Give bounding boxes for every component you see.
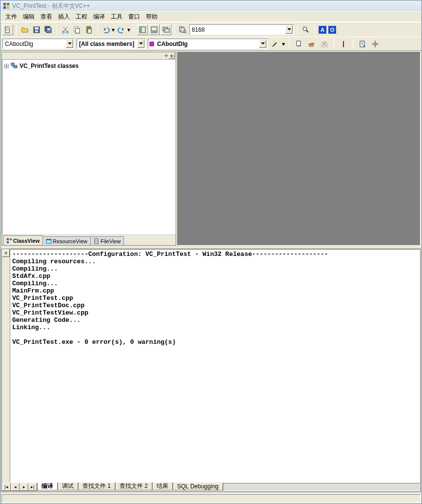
- wizard-dropdown[interactable]: ▾: [281, 41, 285, 47]
- workspace-tabs: ClassView ResourceView FileView: [2, 234, 176, 245]
- scroll-last-button[interactable]: ▸|: [28, 483, 37, 491]
- app-icon: [2, 2, 10, 10]
- save-button[interactable]: [31, 24, 42, 35]
- output-tab-find2[interactable]: 查找文件 2: [115, 483, 152, 490]
- insert-breakpoint-button[interactable]: [370, 39, 381, 49]
- svg-rect-19: [140, 27, 142, 33]
- menu-edit[interactable]: 编辑: [20, 12, 38, 22]
- class-combo[interactable]: CAboutDlg: [2, 39, 75, 49]
- class-tree[interactable]: + VC_PrintTest classes: [2, 59, 176, 234]
- output-button[interactable]: [149, 24, 160, 35]
- svg-point-36: [374, 42, 377, 45]
- go-button[interactable]: [357, 39, 368, 49]
- output-tab-find1[interactable]: 查找文件 1: [78, 483, 115, 490]
- paste-button[interactable]: [83, 24, 94, 35]
- svg-rect-17: [88, 29, 91, 33]
- output-left-scroll: ✕: [2, 249, 10, 483]
- status-bar: [0, 493, 422, 504]
- save-all-button[interactable]: [43, 24, 54, 35]
- svg-rect-1: [7, 3, 9, 5]
- svg-point-29: [274, 41, 275, 42]
- separator: [334, 39, 334, 49]
- output-tab-sql[interactable]: SQL Debugging: [173, 483, 223, 490]
- tab-label: 查找文件 1: [82, 482, 111, 490]
- svg-rect-16: [87, 26, 90, 28]
- hanzi-a-badge[interactable]: A: [319, 26, 326, 34]
- tab-fileview[interactable]: FileView: [90, 236, 124, 245]
- tree-root[interactable]: + VC_PrintTest classes: [4, 62, 173, 70]
- find-button[interactable]: [301, 24, 311, 35]
- chevron-down-icon[interactable]: [66, 40, 73, 48]
- output-text[interactable]: --------------------Configuration: VC_Pr…: [10, 249, 420, 483]
- scroll-prev-button[interactable]: ◂: [11, 483, 20, 491]
- open-button[interactable]: [20, 24, 30, 35]
- find-combo[interactable]: 8168: [189, 24, 294, 35]
- output-tab-build[interactable]: 编译: [37, 483, 58, 490]
- compile-button[interactable]: [294, 39, 304, 49]
- member-combo[interactable]: CAboutDlg: [148, 39, 268, 49]
- chevron-down-icon[interactable]: [137, 40, 144, 48]
- output-hscroll[interactable]: [223, 483, 420, 491]
- wizard-action-button[interactable]: [270, 39, 281, 49]
- separator: [297, 24, 298, 35]
- pin-icon[interactable]: [164, 53, 169, 58]
- menu-window[interactable]: 窗口: [125, 12, 143, 22]
- tab-label: SQL Debugging: [177, 483, 219, 490]
- svg-rect-32: [311, 42, 314, 47]
- member-combo-text: CAboutDlg: [156, 41, 259, 47]
- separator: [289, 39, 290, 49]
- expand-icon[interactable]: +: [4, 64, 9, 68]
- output-footer: |◂ ◂ ▸ ▸| 编译 调试 查找文件 1 查找文件 2 结果 SQL Deb…: [2, 483, 420, 491]
- redo-dropdown[interactable]: ▾: [127, 26, 131, 33]
- svg-rect-23: [164, 29, 169, 32]
- svg-rect-43: [46, 239, 51, 240]
- classes-icon: [11, 62, 18, 70]
- separator: [57, 24, 57, 35]
- build-button[interactable]: [306, 39, 317, 49]
- find-combo-text: 8168: [191, 26, 285, 33]
- tree-root-label: VC_PrintTest classes: [20, 63, 79, 69]
- scroll-next-button[interactable]: ▸: [20, 483, 28, 491]
- tab-label: 编译: [41, 482, 53, 490]
- close-output-button[interactable]: ✕: [2, 249, 10, 257]
- copy-button[interactable]: [72, 24, 82, 35]
- stop-build-button[interactable]: [319, 39, 330, 49]
- svg-rect-37: [11, 63, 14, 65]
- tab-classview[interactable]: ClassView: [3, 235, 43, 245]
- hanzi-o-badge[interactable]: O: [328, 26, 336, 34]
- workspace-button[interactable]: [137, 24, 148, 35]
- tab-resourceview[interactable]: ResourceView: [42, 236, 91, 245]
- menu-help[interactable]: 帮助: [143, 12, 161, 22]
- tab-label: ClassView: [13, 238, 40, 244]
- menu-view[interactable]: 查看: [38, 12, 55, 22]
- svg-rect-6: [35, 27, 39, 29]
- tab-label: 查找文件 2: [120, 482, 148, 490]
- chevron-down-icon[interactable]: [285, 25, 293, 34]
- cut-button[interactable]: [60, 24, 71, 35]
- menu-build[interactable]: 编译: [90, 12, 108, 22]
- filter-combo[interactable]: [All class members]: [77, 39, 146, 49]
- close-pane-button[interactable]: ✕: [169, 53, 175, 59]
- svg-rect-7: [35, 30, 38, 32]
- output-tab-debug[interactable]: 调试: [58, 483, 78, 490]
- find-in-files-button[interactable]: [178, 24, 188, 35]
- new-text-button[interactable]: [2, 24, 13, 35]
- menu-insert[interactable]: 插入: [55, 12, 73, 22]
- output-tab-results[interactable]: 结果: [152, 483, 173, 490]
- svg-rect-3: [7, 6, 9, 9]
- window-list-button[interactable]: [161, 24, 171, 35]
- scroll-first-button[interactable]: |◂: [2, 483, 11, 491]
- menu-project[interactable]: 工程: [73, 12, 90, 22]
- redo-button[interactable]: [116, 24, 127, 35]
- menu-file[interactable]: 文件: [2, 12, 20, 22]
- editor-area[interactable]: [177, 52, 421, 246]
- title-bar[interactable]: VC_PrintTest - 创天中文VC++: [0, 0, 422, 11]
- execute-button[interactable]: [338, 39, 349, 49]
- menu-bar: 文件 编辑 查看 插入 工程 编译 工具 窗口 帮助: [0, 11, 422, 22]
- undo-dropdown[interactable]: ▾: [111, 26, 115, 33]
- undo-button[interactable]: [100, 24, 111, 35]
- svg-rect-40: [10, 238, 12, 240]
- chevron-down-icon[interactable]: [259, 40, 266, 48]
- menu-tools[interactable]: 工具: [108, 12, 125, 22]
- tab-label: 调试: [62, 482, 74, 490]
